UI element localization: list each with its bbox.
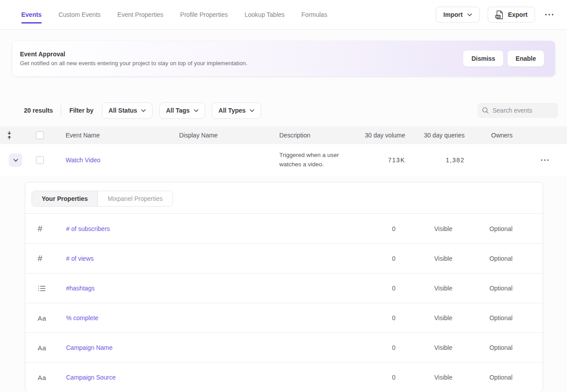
row-more-options-button[interactable]	[539, 159, 551, 161]
ellipsis-icon	[541, 159, 549, 161]
status-filter-dropdown[interactable]: All Status	[102, 102, 153, 119]
properties-tabs-bar: Your Properties Mixpanel Properties	[25, 182, 543, 214]
tab-custom-events[interactable]: Custom Events	[59, 11, 101, 18]
property-visibility: Visible	[417, 344, 470, 351]
property-count: 0	[355, 255, 417, 262]
list-icon	[38, 285, 66, 292]
tab-your-properties[interactable]: Your Properties	[32, 191, 98, 206]
text-icon: Aa	[38, 374, 66, 381]
import-button-label: Import	[443, 11, 463, 18]
chevron-down-icon	[141, 109, 146, 112]
enable-button[interactable]: Enable	[508, 51, 544, 67]
properties-card: Your Properties Mixpanel Properties # # …	[25, 182, 543, 392]
property-name-link[interactable]: # of views	[66, 255, 94, 262]
import-button[interactable]: Import	[436, 7, 480, 23]
property-requirement: Optional	[470, 255, 532, 262]
tab-events[interactable]: Events	[21, 11, 42, 18]
collapse-all-icon[interactable]	[6, 131, 12, 140]
property-row: # # of views 0 Visible Optional	[25, 243, 543, 273]
banner-text: Event Approval Get notified on all new e…	[20, 51, 463, 67]
description-cell: Triggered when a user watches a video.	[279, 151, 364, 169]
number-icon: #	[38, 254, 66, 263]
property-visibility: Visible	[417, 314, 470, 321]
table-row-watch-video: Watch Video Triggered when a user watche…	[0, 144, 567, 176]
events-table-header: Event Name Display Name Description 30 d…	[0, 126, 567, 144]
tab-formulas[interactable]: Formulas	[301, 11, 327, 18]
property-row: Aa % complete 0 Visible Optional	[25, 303, 543, 333]
queries-cell: 1,382	[408, 157, 471, 164]
nav-actions: Import CSV Export	[436, 7, 555, 23]
status-filter-label: All Status	[109, 107, 137, 114]
dismiss-button[interactable]: Dismiss	[463, 51, 503, 67]
search-input[interactable]	[493, 107, 554, 114]
tags-filter-label: All Tags	[166, 107, 189, 114]
property-name-link[interactable]: Campaign Name	[66, 344, 113, 351]
chevron-down-icon	[250, 109, 254, 112]
nav-tabs: Events Custom Events Event Properties Pr…	[21, 11, 436, 18]
property-requirement: Optional	[470, 374, 532, 381]
property-count: 0	[355, 225, 417, 232]
types-filter-dropdown[interactable]: All Types	[212, 102, 261, 119]
col-header-owners[interactable]: Owners	[471, 132, 528, 139]
banner-subtitle: Get notified on all new events entering …	[20, 60, 463, 67]
csv-file-icon: CSV	[495, 10, 504, 20]
property-row: # # of subscribers 0 Visible Optional	[25, 214, 543, 243]
property-name-link[interactable]: #hashtags	[66, 285, 95, 292]
property-visibility: Visible	[417, 255, 470, 262]
row-checkbox[interactable]	[36, 156, 44, 164]
collapse-row-button[interactable]	[9, 153, 22, 167]
property-count: 0	[355, 285, 417, 292]
property-requirement: Optional	[470, 314, 532, 321]
filter-by-label: Filter by	[69, 107, 93, 114]
chevron-down-icon	[194, 109, 199, 112]
tab-event-properties[interactable]: Event Properties	[117, 11, 164, 18]
property-count: 0	[355, 344, 417, 351]
col-header-description[interactable]: Description	[279, 132, 364, 139]
tab-profile-properties[interactable]: Profile Properties	[180, 11, 227, 18]
property-row: Aa Campaign Name 0 Visible Optional	[25, 333, 543, 362]
results-count: 20 results	[24, 107, 53, 114]
property-requirement: Optional	[470, 285, 532, 292]
property-name-link[interactable]: % complete	[66, 314, 98, 321]
text-icon: Aa	[38, 344, 66, 352]
tab-lookup-tables[interactable]: Lookup Tables	[245, 11, 285, 18]
filter-row: 20 results Filter by All Status All Tags…	[0, 102, 567, 119]
select-all-checkbox[interactable]	[36, 131, 44, 139]
col-header-event-name[interactable]: Event Name	[66, 132, 179, 139]
event-approval-banner: Event Approval Get notified on all new e…	[12, 41, 555, 76]
property-row: #hashtags 0 Visible Optional	[25, 273, 543, 303]
text-icon: Aa	[38, 314, 66, 322]
types-filter-label: All Types	[219, 107, 246, 114]
property-name-link[interactable]: Campaign Source	[66, 374, 116, 381]
chevron-down-icon	[13, 159, 18, 162]
property-name-link[interactable]: # of subscribers	[66, 225, 110, 232]
col-header-30-day-queries[interactable]: 30 day queries	[408, 132, 471, 139]
property-requirement: Optional	[470, 344, 532, 351]
banner-title: Event Approval	[20, 51, 463, 58]
chevron-down-icon	[467, 13, 472, 16]
vertical-divider	[61, 105, 61, 116]
tags-filter-dropdown[interactable]: All Tags	[159, 102, 205, 119]
property-visibility: Visible	[417, 374, 470, 381]
property-count: 0	[355, 314, 417, 321]
export-button[interactable]: CSV Export	[488, 7, 535, 23]
event-name-link[interactable]: Watch Video	[66, 157, 101, 164]
ellipsis-icon	[545, 14, 554, 16]
properties-list: # # of subscribers 0 Visible Optional # …	[25, 214, 543, 392]
property-visibility: Visible	[417, 225, 470, 232]
property-visibility: Visible	[417, 285, 470, 292]
number-icon: #	[38, 224, 66, 234]
property-count: 0	[355, 374, 417, 381]
search-icon	[482, 107, 489, 114]
tab-mixpanel-properties[interactable]: Mixpanel Properties	[98, 191, 172, 206]
col-header-30-day-volume[interactable]: 30 day volume	[364, 132, 408, 139]
volume-cell: 713K	[364, 157, 408, 164]
banner-actions: Dismiss Enable	[463, 51, 544, 67]
more-options-button[interactable]	[543, 14, 555, 16]
properties-tab-control: Your Properties Mixpanel Properties	[31, 191, 173, 207]
svg-text:CSV: CSV	[496, 16, 500, 18]
col-header-display-name[interactable]: Display Name	[179, 132, 279, 139]
export-button-label: Export	[508, 11, 528, 18]
top-nav: Events Custom Events Event Properties Pr…	[0, 0, 567, 30]
property-row: Aa Campaign Source 0 Visible Optional	[25, 362, 543, 392]
